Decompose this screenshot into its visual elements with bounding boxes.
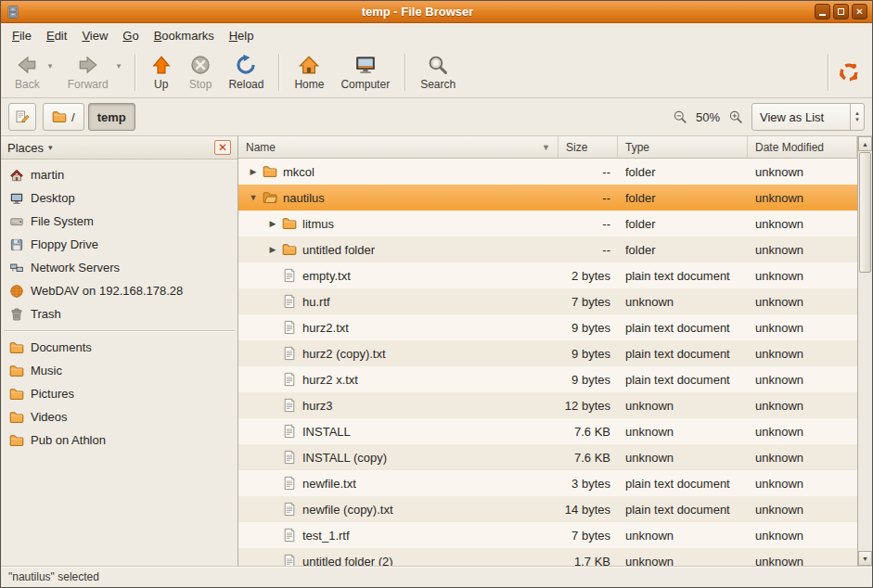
reload-button[interactable]: Reload [220, 50, 272, 95]
back-icon [16, 54, 38, 76]
menu-view[interactable]: View [74, 26, 115, 45]
file-size: -- [558, 165, 618, 179]
path-button-[interactable]: / [43, 103, 84, 131]
column-header-date-modified[interactable]: Date Modified [748, 136, 857, 159]
sidebar-item-pub-on-athlon[interactable]: Pub on Athlon [1, 428, 238, 452]
sidebar-close-button[interactable]: ✕ [214, 140, 231, 155]
folder-open-icon [263, 190, 277, 205]
file-row-install[interactable]: INSTALL7.6 KBunknownunknown [238, 418, 857, 444]
search-button[interactable]: Search [412, 50, 464, 95]
computer-button-label: Computer [340, 78, 390, 91]
sidebar-item-floppy-drive[interactable]: Floppy Drive [1, 233, 238, 256]
sidebar-item-pictures[interactable]: Pictures [1, 382, 238, 405]
minimize-button[interactable] [815, 4, 830, 19]
expander-closed-icon[interactable]: ▶ [263, 219, 282, 228]
maximize-button[interactable] [833, 4, 849, 19]
text-icon [282, 320, 297, 335]
zoom-in-button[interactable] [728, 109, 743, 124]
home-button[interactable]: Home [286, 50, 332, 95]
menu-go[interactable]: Go [115, 26, 146, 45]
sidebar-item-martin[interactable]: martin [1, 163, 238, 186]
zoom-out-button[interactable] [673, 109, 687, 124]
places-dropdown-icon[interactable]: ▾ [48, 143, 53, 152]
scroll-down-button[interactable]: ▼ [858, 551, 872, 566]
up-button-label: Up [154, 78, 168, 91]
file-name: hurz2.txt [302, 321, 349, 335]
expander-closed-icon[interactable]: ▶ [244, 167, 263, 176]
file-row-hurz3[interactable]: hurz312 bytesunknownunknown [238, 392, 857, 418]
column-header-size[interactable]: Size [558, 136, 618, 159]
file-row-hurz2-x-txt[interactable]: hurz2 x.txt9 bytesplain text documentunk… [238, 366, 857, 392]
file-row-empty-txt[interactable]: empty.txt2 bytesplain text documentunkno… [238, 262, 857, 288]
file-type: unknown [618, 555, 748, 567]
computer-button[interactable]: Computer [332, 50, 398, 95]
column-header-name[interactable]: Name▼ [238, 136, 558, 159]
file-row-nautilus[interactable]: ▼nautilus--folderunknown [238, 185, 857, 211]
file-row-newfile-copy-txt[interactable]: newfile (copy).txt14 bytesplain text doc… [238, 496, 857, 522]
path-button-temp[interactable]: temp [88, 103, 135, 131]
menu-bookmarks[interactable]: Bookmarks [147, 26, 222, 45]
file-size: 12 bytes [558, 399, 618, 413]
close-button[interactable]: ✕ [852, 4, 867, 19]
path-button-label: / [71, 110, 75, 124]
file-row-hu-rtf[interactable]: hu.rtf7 bytesunknownunknown [238, 288, 857, 314]
scroll-up-button[interactable]: ▲ [858, 136, 872, 151]
floppy-icon [9, 237, 24, 252]
expander-open-icon[interactable]: ▼ [244, 193, 263, 202]
file-row-mkcol[interactable]: ▶mkcol--folderunknown [238, 159, 857, 185]
sidebar-item-file-system[interactable]: File System [1, 210, 238, 233]
edit-location-icon [15, 109, 30, 124]
places-title[interactable]: Places [7, 141, 44, 155]
file-size: 7.6 KB [558, 451, 618, 465]
stop-button-label: Stop [189, 78, 212, 91]
forward-dropdown-button: ▾ [117, 61, 128, 70]
scrollbar-thumb[interactable] [859, 152, 871, 273]
file-type: plain text document [618, 321, 748, 335]
file-size: 1.7 KB [558, 555, 618, 567]
menu-edit[interactable]: Edit [39, 26, 74, 45]
file-row-untitled-folder[interactable]: ▶untitled folder--folderunknown [238, 236, 857, 262]
computer-icon [354, 54, 377, 76]
file-row-hurz2-txt[interactable]: hurz2.txt9 bytesplain text documentunkno… [238, 314, 857, 340]
file-size: 9 bytes [558, 347, 618, 361]
sidebar-item-trash[interactable]: Trash [1, 302, 238, 326]
sidebar-item-network-servers[interactable]: Network Servers [1, 256, 238, 279]
file-row-untitled-folder-2[interactable]: untitled folder (2)1.7 KBunknownunknown [238, 548, 857, 566]
file-name-cell: ▶mkcol [238, 164, 558, 179]
file-modified: unknown [748, 295, 857, 309]
column-header-type[interactable]: Type [618, 136, 748, 159]
file-modified: unknown [748, 529, 857, 543]
scrollbar-track[interactable] [858, 151, 872, 551]
expander-closed-icon[interactable]: ▶ [263, 245, 282, 254]
sidebar-item-videos[interactable]: Videos [1, 405, 238, 428]
file-size: 14 bytes [558, 503, 618, 517]
sidebar-separator [4, 330, 235, 331]
menu-help[interactable]: Help [222, 26, 262, 45]
file-row-hurz2-copy-txt[interactable]: hurz2 (copy).txt9 bytesplain text docume… [238, 340, 857, 366]
toolbar-separator [828, 54, 828, 91]
sidebar-item-webdav-on-192-168-178-28[interactable]: WebDAV on 192.168.178.28 [1, 279, 238, 302]
file-row-install-copy[interactable]: INSTALL (copy)7.6 KBunknownunknown [238, 444, 857, 470]
menu-file[interactable]: File [5, 26, 39, 45]
forward-button-label: Forward [68, 78, 109, 91]
throbber [835, 61, 863, 83]
status-text: "nautilus" selected [8, 570, 99, 583]
titlebar[interactable]: temp - File Browser ✕ [1, 1, 872, 23]
reload-icon [235, 54, 257, 76]
view-mode-spinner-icon[interactable]: ▲▼ [850, 104, 864, 130]
file-type: folder [618, 165, 748, 179]
vertical-scrollbar[interactable]: ▲ ▼ [857, 136, 872, 566]
up-button[interactable]: Up [142, 50, 181, 95]
stop-group: Stop [181, 50, 221, 95]
sidebar-item-desktop[interactable]: Desktop [1, 186, 238, 210]
file-name-cell: INSTALL (copy) [238, 450, 558, 465]
file-row-newfile-txt[interactable]: newfile.txt3 bytesplain text documentunk… [238, 470, 857, 496]
file-row-test-1-rtf[interactable]: test_1.rtf7 bytesunknownunknown [238, 522, 857, 548]
sidebar-item-music[interactable]: Music [1, 359, 238, 382]
location-bar: /temp 50% View as List ▲▼ [1, 98, 872, 136]
file-name: INSTALL (copy) [302, 451, 387, 465]
edit-location-button[interactable] [8, 103, 36, 131]
sidebar-item-documents[interactable]: Documents [1, 336, 238, 359]
view-mode-select[interactable]: View as List ▲▼ [751, 103, 865, 131]
file-row-litmus[interactable]: ▶litmus--folderunknown [238, 211, 857, 236]
